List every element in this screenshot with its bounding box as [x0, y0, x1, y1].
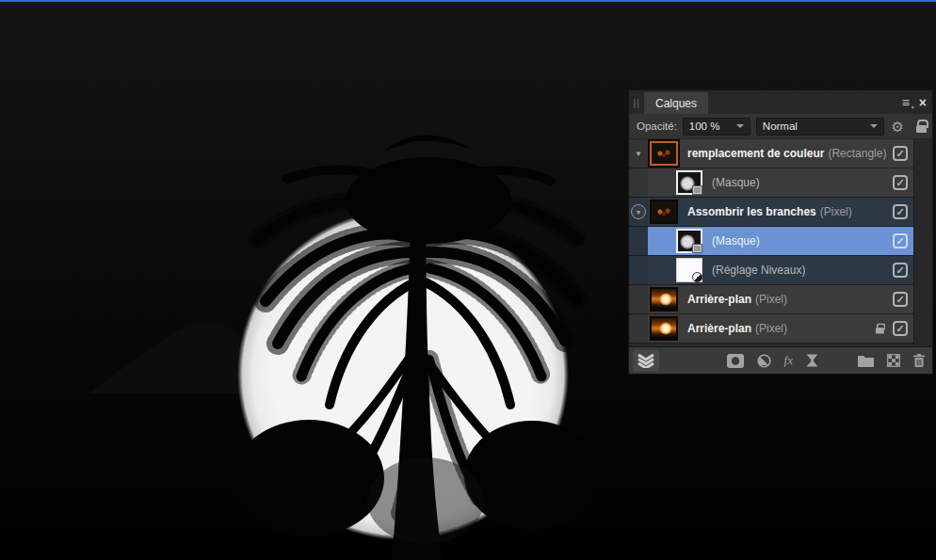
mask-thumbnail[interactable]	[676, 229, 702, 253]
blend-mode-dropdown[interactable]: Normal	[756, 118, 884, 136]
panel-menu-icon[interactable]: ≡▾	[902, 96, 910, 109]
lock-icon[interactable]	[915, 120, 927, 133]
live-filter-button[interactable]	[806, 354, 818, 367]
visibility-checkbox[interactable]: ✓	[893, 233, 908, 248]
folder-icon	[858, 355, 874, 367]
mask-badge-icon	[692, 185, 702, 195]
stacked-chevrons-icon	[637, 354, 655, 368]
lock-icon	[875, 323, 884, 333]
adjustment-badge-icon	[692, 272, 702, 282]
checkerboard-icon	[887, 354, 900, 367]
chevron-down-icon	[736, 124, 744, 128]
add-mask-button[interactable]	[727, 354, 744, 368]
panel-close-icon[interactable]: ×	[919, 96, 927, 109]
mask-thumbnail[interactable]	[676, 170, 702, 195]
adjustment-thumbnail[interactable]	[676, 258, 702, 282]
delete-layer-button[interactable]	[913, 354, 925, 367]
visibility-checkbox[interactable]: ✓	[893, 175, 908, 190]
add-adjustment-button[interactable]	[757, 354, 771, 368]
scrollbar-track[interactable]	[913, 139, 932, 346]
tab-calques[interactable]: Calques	[644, 92, 708, 114]
layer-row-arriere-plan-2[interactable]: Arrière-plan(Pixel) ✓	[629, 314, 913, 344]
layer-thumbnail[interactable]	[650, 200, 678, 224]
layer-row-assombrir[interactable]: ▼ Assombrir les branches(Pixel) ✓	[629, 198, 913, 227]
panel-controls-row: Opacité: 100 % Normal ⚙	[629, 114, 932, 139]
app-window: || Calques ≡▾ × Opacité: 100 % Normal ⚙	[0, 0, 936, 560]
menu-caret-icon: ▾	[912, 104, 914, 110]
expand-circle-icon: ▼	[631, 204, 646, 219]
hourglass-icon	[806, 354, 818, 367]
layer-list: ▼ remplacement de couleur(Rectangle) ✓ (…	[629, 139, 932, 346]
layer-thumbnail[interactable]	[650, 287, 678, 312]
expand-toggle[interactable]: ▼	[629, 198, 648, 226]
trash-icon	[913, 354, 925, 367]
layer-row-masque-1[interactable]: (Masque) ✓	[629, 168, 913, 198]
panel-tab-bar: || Calques ≡▾ ×	[629, 90, 932, 114]
visibility-checkbox[interactable]: ✓	[893, 292, 908, 307]
layer-thumbnail[interactable]	[650, 141, 678, 166]
adjustment-icon	[757, 354, 771, 368]
panel-drag-handle-icon[interactable]: ||	[629, 90, 644, 114]
opacity-dropdown[interactable]: 100 %	[683, 118, 750, 136]
fx-icon: fx	[784, 353, 793, 368]
visibility-checkbox[interactable]: ✓	[893, 321, 908, 336]
window-top-accent	[0, 0, 936, 2]
layer-row-remplacement[interactable]: ▼ remplacement de couleur(Rectangle) ✓	[629, 139, 913, 168]
layer-row-reglage-niveaux[interactable]: (Réglage Niveaux) ✓	[629, 256, 913, 285]
new-group-button[interactable]	[858, 355, 874, 367]
chevron-down-icon	[870, 124, 878, 128]
expand-toggle[interactable]: ▼	[629, 139, 648, 168]
gear-icon[interactable]: ⚙	[890, 120, 906, 134]
layers-panel: || Calques ≡▾ × Opacité: 100 % Normal ⚙	[629, 90, 932, 374]
layer-thumbnail[interactable]	[650, 316, 678, 341]
collapse-layers-button[interactable]	[633, 350, 659, 372]
mask-icon	[727, 354, 744, 368]
opacity-label: Opacité:	[637, 120, 677, 132]
layers-toolbar: fx	[629, 346, 932, 374]
layer-row-arriere-plan-1[interactable]: Arrière-plan(Pixel) ✓	[629, 285, 913, 314]
new-pixel-layer-button[interactable]	[887, 354, 900, 367]
layer-row-masque-selected[interactable]: (Masque) ✓	[629, 227, 913, 256]
visibility-checkbox[interactable]: ✓	[893, 204, 908, 219]
visibility-checkbox[interactable]: ✓	[893, 146, 908, 161]
expand-triangle-icon: ▼	[635, 150, 642, 158]
mask-badge-icon	[692, 244, 702, 253]
visibility-checkbox[interactable]: ✓	[893, 263, 908, 278]
layer-effects-button[interactable]: fx	[784, 353, 793, 368]
